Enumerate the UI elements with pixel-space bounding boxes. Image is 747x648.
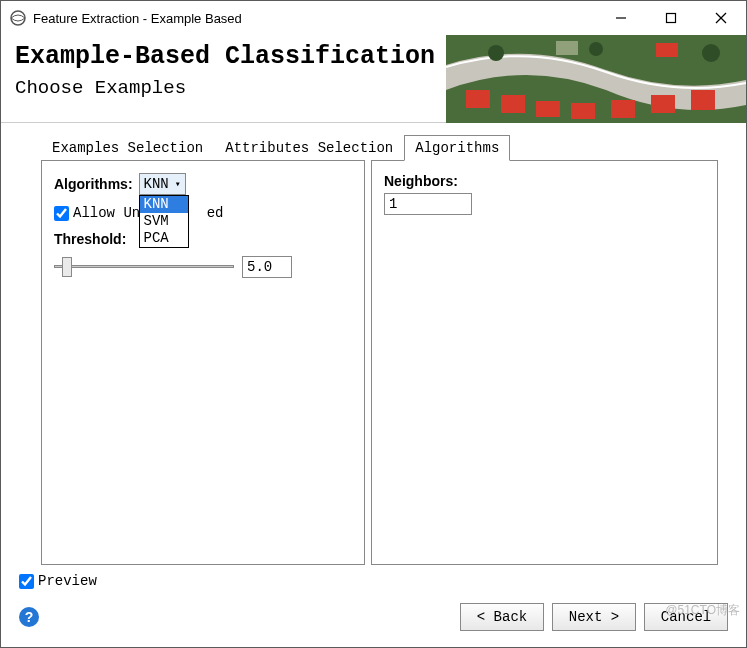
threshold-slider[interactable] bbox=[54, 255, 234, 279]
window-title: Feature Extraction - Example Based bbox=[33, 11, 596, 26]
app-icon bbox=[9, 9, 27, 27]
svg-rect-7 bbox=[501, 95, 525, 113]
neighbors-input[interactable] bbox=[384, 193, 472, 215]
algorithms-dropdown: KNN SVM PCA bbox=[139, 195, 189, 248]
svg-rect-12 bbox=[691, 90, 715, 110]
svg-rect-14 bbox=[556, 41, 578, 55]
option-knn[interactable]: KNN bbox=[140, 196, 188, 213]
help-icon[interactable]: ? bbox=[19, 607, 39, 627]
option-pca[interactable]: PCA bbox=[140, 230, 188, 247]
tab-algorithms[interactable]: Algorithms bbox=[404, 135, 510, 161]
svg-rect-11 bbox=[651, 95, 675, 113]
svg-rect-8 bbox=[536, 101, 560, 117]
banner-image bbox=[446, 35, 746, 123]
algorithms-combobox[interactable]: KNN ▾ KNN SVM PCA bbox=[139, 173, 186, 195]
threshold-input[interactable] bbox=[242, 256, 292, 278]
allow-unclassified-checkbox[interactable] bbox=[54, 206, 69, 221]
svg-rect-10 bbox=[611, 100, 635, 118]
next-button[interactable]: Next > bbox=[552, 603, 636, 631]
threshold-label: Threshold: bbox=[54, 231, 352, 247]
page-subtitle: Choose Examples bbox=[15, 77, 435, 99]
minimize-button[interactable] bbox=[596, 1, 646, 35]
close-button[interactable] bbox=[696, 1, 746, 35]
tab-examples-selection[interactable]: Examples Selection bbox=[41, 135, 214, 161]
svg-rect-9 bbox=[571, 103, 595, 119]
window-root: Feature Extraction - Example Based Examp… bbox=[0, 0, 747, 648]
tab-attributes-selection[interactable]: Attributes Selection bbox=[214, 135, 404, 161]
chevron-down-icon: ▾ bbox=[175, 178, 181, 190]
back-button[interactable]: < Back bbox=[460, 603, 544, 631]
panel-algorithms: Algorithms: KNN ▾ KNN SVM PCA Allow Unc bbox=[41, 160, 365, 565]
maximize-button[interactable] bbox=[646, 1, 696, 35]
algorithms-label: Algorithms: bbox=[54, 176, 133, 192]
svg-rect-2 bbox=[667, 14, 676, 23]
svg-point-16 bbox=[589, 42, 603, 56]
svg-point-15 bbox=[488, 45, 504, 61]
watermark: @51CTO博客 bbox=[665, 602, 740, 619]
option-svm[interactable]: SVM bbox=[140, 213, 188, 230]
neighbors-label: Neighbors: bbox=[384, 173, 705, 189]
allow-unclassified-label-left: Allow Unc bbox=[73, 205, 149, 221]
algorithms-selected: KNN bbox=[144, 176, 169, 192]
preview-checkbox[interactable] bbox=[19, 574, 34, 589]
panel-neighbors: Neighbors: bbox=[371, 160, 718, 565]
svg-rect-13 bbox=[656, 43, 678, 57]
allow-unclassified-label-right: ed bbox=[207, 205, 224, 221]
titlebar: Feature Extraction - Example Based bbox=[1, 1, 746, 35]
svg-rect-6 bbox=[466, 90, 490, 108]
svg-point-0 bbox=[11, 11, 25, 25]
tabstrip: Examples Selection Attributes Selection … bbox=[1, 123, 746, 161]
banner: Example-Based Classification Choose Exam… bbox=[1, 35, 746, 123]
preview-label: Preview bbox=[38, 573, 97, 589]
svg-point-17 bbox=[702, 44, 720, 62]
page-title: Example-Based Classification bbox=[15, 43, 435, 71]
